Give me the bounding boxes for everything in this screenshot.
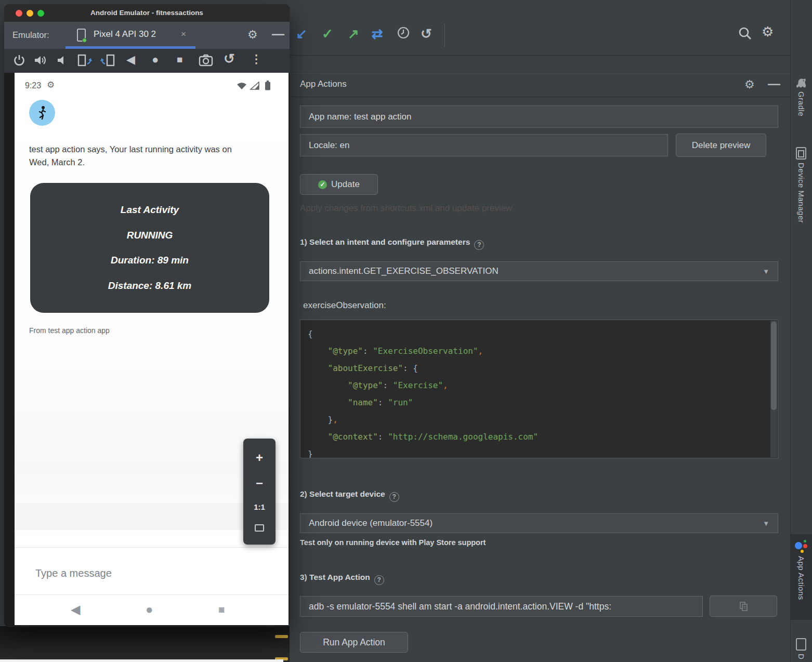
search-icon[interactable] — [738, 26, 752, 41]
card-distance: Distance: 8.61 km — [108, 280, 192, 292]
delete-preview-button[interactable]: Delete preview — [676, 134, 766, 157]
toolbar-separator — [444, 24, 445, 47]
snapshot-icon[interactable]: ↺ — [224, 52, 235, 65]
overview-icon[interactable]: ■ — [177, 53, 182, 67]
device-hint-text: Test only on running device with Play St… — [300, 538, 486, 547]
scrollbar-warning-mark[interactable] — [275, 635, 288, 638]
editor-behind-window — [0, 626, 290, 662]
app-name-input[interactable]: App name: test app action — [300, 105, 778, 128]
tool-tab-device-manager-label: Device Manager — [797, 163, 806, 223]
rotate-left-icon[interactable] — [77, 54, 93, 67]
card-title: Last Activity — [121, 204, 179, 216]
step-back-icon[interactable]: ↙ — [296, 27, 307, 41]
check-icon[interactable]: ✓ — [322, 27, 333, 41]
sync-icon[interactable]: ⇄ — [372, 27, 383, 41]
zoom-out-button[interactable]: − — [256, 477, 263, 489]
target-device-dropdown[interactable]: Android device (emulator-5554) ▼ — [300, 513, 778, 533]
intent-parameters-editor[interactable]: { "@type": "ExerciseObservation", "about… — [300, 320, 778, 458]
status-bar-time: 9:23 — [25, 81, 41, 90]
avd-tab[interactable]: Pixel 4 API 30 2 — [94, 29, 156, 39]
home-icon[interactable]: ● — [152, 53, 159, 67]
zoom-fit-button[interactable] — [255, 524, 264, 532]
section2-label-text: 2) Select target device — [300, 489, 385, 498]
camera-icon[interactable] — [199, 54, 213, 67]
last-activity-card: Last Activity RUNNING Duration: 89 min D… — [30, 183, 269, 313]
volume-down-icon[interactable] — [55, 54, 69, 67]
locale-input[interactable]: Locale: en — [300, 134, 668, 156]
parameter-label: exerciseObservation: — [303, 300, 386, 311]
phone-tab-icon — [77, 29, 86, 42]
panel-minimize-icon[interactable]: — — [768, 76, 780, 91]
settings-icon[interactable]: ⚙ — [762, 25, 774, 38]
chevron-down-icon: ▼ — [763, 268, 769, 275]
copy-command-button[interactable] — [710, 595, 777, 617]
user-avatar — [239, 101, 261, 123]
android-nav-bar: ◀ ● ■ — [15, 595, 289, 625]
source-caption: From test app action app — [29, 326, 110, 335]
section1-label: 1) Select an intent and configure parame… — [300, 237, 484, 250]
target-device-value: Android device (emulator-5554) — [309, 518, 433, 528]
emulator-controls-toolbar: ◀ ● ■ ↺ ⋮ — [4, 49, 290, 73]
nav-home-icon[interactable]: ● — [146, 602, 153, 617]
update-button[interactable]: ✓ Update — [300, 174, 378, 195]
volume-up-icon[interactable] — [33, 54, 48, 67]
assistant-icon — [795, 539, 807, 553]
card-duration: Duration: 89 min — [111, 255, 189, 266]
device-icon — [796, 638, 806, 651]
clock-icon[interactable] — [397, 26, 410, 39]
zoom-control-panel: + − 1:1 — [243, 439, 276, 545]
desktop-sliver — [0, 659, 283, 662]
wifi-icon — [237, 82, 247, 90]
section1-help-icon[interactable]: ? — [474, 240, 484, 250]
emulator-settings-icon[interactable]: ⚙ — [247, 28, 258, 42]
update-button-label: Update — [331, 179, 360, 190]
update-hint-text: Apply changes from shortcuts.xml and upd… — [300, 203, 512, 214]
step-forward-icon[interactable]: ↗ — [348, 27, 359, 41]
more-icon[interactable]: ⋮ — [251, 52, 262, 66]
runner-icon — [35, 105, 49, 120]
tool-tab-gradle-label: Gradle — [797, 91, 806, 116]
battery-icon — [265, 81, 271, 90]
section2-help-icon[interactable]: ? — [389, 492, 399, 502]
app-actions-panel-header — [290, 73, 790, 97]
copy-icon — [740, 602, 748, 611]
tool-tab-device-manager[interactable]: Device Manager — [790, 147, 812, 223]
section3-label-text: 3) Test App Action — [300, 573, 370, 581]
json-code: { "@type": "ExerciseObservation", "about… — [308, 325, 770, 458]
zoom-in-button[interactable]: + — [256, 452, 263, 464]
undo-icon[interactable]: ↺ — [421, 27, 432, 41]
window-title: Android Emulator - fitnessactions — [4, 9, 290, 17]
rotate-right-icon[interactable] — [100, 54, 115, 67]
emulator-titlebar[interactable]: Android Emulator - fitnessactions — [4, 4, 290, 22]
divider — [15, 547, 289, 548]
adb-command-input[interactable]: adb -s emulator-5554 shell am start -a a… — [300, 596, 703, 617]
nav-back-icon[interactable]: ◀ — [71, 602, 80, 617]
code-scrollbar[interactable] — [770, 321, 777, 457]
nav-overview-icon[interactable]: ■ — [218, 603, 225, 616]
fitness-app-avatar — [29, 100, 55, 126]
device-manager-icon — [796, 147, 806, 160]
emulator-tabbar: Emulator: Pixel 4 API 30 2 × ⚙ — — [4, 22, 290, 49]
run-app-action-button[interactable]: Run App Action — [300, 632, 408, 653]
section2-label: 2) Select target device? — [300, 489, 399, 502]
message-input[interactable]: Type a message — [35, 567, 112, 579]
panel-title: App Actions — [300, 79, 347, 89]
power-icon[interactable] — [12, 54, 26, 67]
tab-close-icon[interactable]: × — [181, 29, 186, 39]
zoom-1to1-button[interactable]: 1:1 — [254, 502, 265, 511]
section3-help-icon[interactable]: ? — [374, 575, 384, 585]
intent-dropdown-value: actions.intent.GET_EXERCISE_OBSERVATION — [309, 266, 499, 276]
tool-tab-gradle[interactable]: Gradle — [790, 78, 812, 116]
assistant-message: test app action says, Your last running … — [29, 143, 232, 169]
back-icon[interactable]: ◀ — [126, 53, 135, 67]
tool-tab-bottom-partial-label: D — [797, 654, 806, 659]
intent-dropdown[interactable]: actions.intent.GET_EXERCISE_OBSERVATION … — [300, 261, 778, 281]
tool-tab-app-actions[interactable]: App Actions — [790, 534, 812, 620]
tool-tab-bottom-partial[interactable]: D — [790, 638, 812, 659]
section1-label-text: 1) Select an intent and configure parame… — [300, 237, 470, 246]
gradle-elephant-icon — [795, 78, 807, 88]
section3-label: 3) Test App Action? — [300, 573, 384, 585]
panel-gear-icon[interactable]: ⚙ — [744, 78, 755, 91]
tool-tab-app-actions-label: App Actions — [797, 556, 806, 600]
emulator-minimize-icon[interactable]: — — [272, 27, 284, 41]
